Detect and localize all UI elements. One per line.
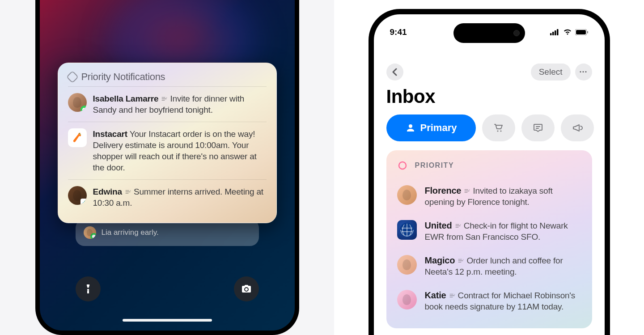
- mail-summary: Contract for Michael Robinson's book nee…: [425, 291, 576, 311]
- priority-section-header: PRIORITY: [397, 160, 581, 171]
- lockscreen-panel: Lia arriving early. Priority Notificatio…: [0, 0, 334, 335]
- flashlight-button[interactable]: [76, 276, 101, 301]
- category-tabs: Primary: [374, 114, 605, 150]
- notification-sender: Edwina: [93, 187, 122, 196]
- svg-point-12: [500, 131, 501, 132]
- summarize-icon: [124, 188, 131, 195]
- mail-panel: 9:41: [334, 0, 644, 335]
- background-notification[interactable]: Lia arriving early.: [76, 219, 259, 246]
- mail-row[interactable]: United Check-in for flight to Newark EWR…: [397, 214, 581, 249]
- mail-body: United Check-in for flight to Newark EWR…: [425, 220, 581, 242]
- priority-section-label: PRIORITY: [415, 161, 454, 170]
- notification-stack: Lia arriving early. Priority Notificatio…: [58, 63, 277, 223]
- wifi-icon: [563, 29, 572, 35]
- mail-row[interactable]: Florence Invited to izakaya soft opening…: [397, 179, 581, 214]
- person-icon: [405, 123, 416, 133]
- lockscreen: Lia arriving early. Priority Notificatio…: [40, 0, 295, 331]
- summarize-icon: [449, 292, 456, 299]
- summarize-icon: [161, 95, 168, 102]
- svg-rect-3: [84, 204, 85, 204]
- mail-header: Select ···: [374, 38, 605, 84]
- svg-rect-6: [555, 30, 556, 35]
- tab-promotions[interactable]: [561, 114, 594, 141]
- priority-notifications-card[interactable]: Priority Notifications Isabella Lamarre: [58, 63, 277, 223]
- header-actions: Select ···: [531, 64, 592, 81]
- priority-title: Priority Notifications: [81, 71, 165, 83]
- mail-screen: 9:41: [374, 14, 605, 335]
- avatar: [68, 93, 87, 112]
- home-indicator[interactable]: [123, 319, 212, 322]
- messages-badge-icon: [90, 233, 96, 239]
- mail-body: Magico Order lunch and coffee for Neeta'…: [425, 255, 581, 277]
- inbox-title: Inbox: [374, 84, 605, 114]
- notification-sender: Instacart: [93, 129, 127, 139]
- svg-rect-10: [587, 31, 588, 34]
- camera-dot-icon: [513, 30, 520, 36]
- summarize-icon: [457, 257, 464, 264]
- notification-body: Isabella Lamarre Invite for dinner with …: [93, 93, 267, 115]
- lockscreen-controls: [40, 276, 295, 301]
- mail-sender: Katie: [425, 290, 446, 300]
- united-app-icon: [397, 220, 417, 240]
- priority-icon: [66, 71, 78, 83]
- status-right: [550, 29, 589, 35]
- notification-text: Lia arriving early.: [102, 228, 159, 237]
- phone-frame-right: 9:41: [369, 9, 610, 335]
- svg-rect-9: [576, 30, 586, 34]
- notification-sender: Isabella Lamarre: [93, 94, 159, 103]
- avatar: [68, 186, 87, 205]
- svg-rect-1: [84, 201, 85, 202]
- notification-row[interactable]: Isabella Lamarre Invite for dinner with …: [68, 86, 267, 122]
- summarize-icon: [454, 222, 462, 229]
- tab-transactions[interactable]: [482, 114, 515, 141]
- avatar: [397, 290, 417, 310]
- cellular-signal-icon: [550, 29, 560, 35]
- ellipsis-icon: ···: [579, 68, 587, 77]
- mail-sender: Magico: [425, 255, 455, 265]
- avatar: [397, 255, 417, 275]
- mail-body: Florence Invited to izakaya soft opening…: [425, 185, 581, 208]
- priority-header: Priority Notifications: [68, 71, 267, 83]
- camera-button[interactable]: [234, 276, 259, 301]
- notification-row[interactable]: Instacart Your Instacart order is on the…: [68, 122, 267, 179]
- avatar: [84, 226, 96, 239]
- avatar: [397, 185, 417, 205]
- apple-intelligence-icon: [397, 160, 408, 171]
- phone-frame-left: Lia arriving early. Priority Notificatio…: [35, 0, 299, 335]
- tab-updates[interactable]: [521, 114, 555, 141]
- notification-body: Instacart Your Instacart order is on the…: [93, 128, 267, 173]
- select-button[interactable]: Select: [531, 64, 571, 81]
- cart-icon: [493, 123, 504, 133]
- status-time: 9:41: [390, 27, 407, 37]
- svg-point-11: [497, 131, 498, 132]
- messages-badge-icon: [80, 106, 87, 112]
- slack-badge-icon: [80, 199, 87, 205]
- svg-rect-5: [552, 32, 554, 35]
- mail-row[interactable]: Katie Contract for Michael Robinson's bo…: [397, 284, 581, 318]
- priority-mail-section: PRIORITY Florence Invited to izakaya sof…: [386, 150, 592, 328]
- mail-sender: United: [425, 221, 452, 230]
- svg-rect-7: [557, 29, 559, 35]
- back-button[interactable]: [386, 64, 403, 81]
- notification-body: Edwina Summer interns arrived. Meeting a…: [93, 186, 267, 208]
- svg-rect-2: [85, 202, 86, 203]
- tab-label: Primary: [420, 122, 457, 134]
- instacart-app-icon: [68, 128, 87, 147]
- more-button[interactable]: ···: [575, 64, 592, 81]
- notification-row[interactable]: Edwina Summer interns arrived. Meeting a…: [68, 179, 267, 215]
- mail-row[interactable]: Magico Order lunch and coffee for Neeta'…: [397, 249, 581, 284]
- chat-icon: [533, 123, 543, 133]
- mail-sender: Florence: [425, 186, 462, 195]
- dynamic-island: [453, 23, 525, 43]
- svg-rect-0: [83, 202, 84, 203]
- svg-point-13: [399, 162, 406, 169]
- mail-body: Katie Contract for Michael Robinson's bo…: [425, 290, 581, 312]
- tab-primary[interactable]: Primary: [386, 114, 476, 141]
- svg-rect-4: [550, 33, 552, 35]
- battery-icon: [575, 29, 589, 35]
- summarize-icon: [463, 187, 470, 195]
- megaphone-icon: [572, 123, 583, 133]
